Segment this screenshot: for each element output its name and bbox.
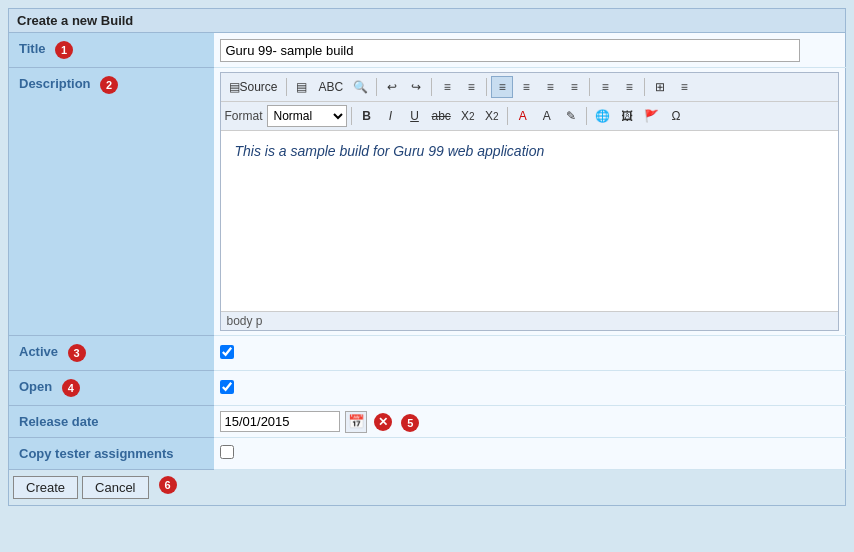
description-badge: 2 bbox=[100, 76, 118, 94]
rte-toolbar1: ▤ Source ▤ ABC 🔍 bbox=[221, 73, 839, 102]
create-button[interactable]: Create bbox=[13, 476, 78, 499]
separator-3 bbox=[431, 78, 432, 96]
page-icon: ▤ bbox=[296, 80, 307, 94]
abc-btn[interactable]: ABC bbox=[315, 76, 348, 98]
copy-tester-label-cell: Copy tester assignments bbox=[9, 438, 214, 470]
title-value-cell bbox=[214, 33, 846, 68]
open-label-cell: Open 4 bbox=[9, 371, 214, 406]
undo-btn[interactable]: ↩ bbox=[381, 76, 403, 98]
rte-toolbar2: Format Normal Heading 1 Heading 2 B I U … bbox=[221, 102, 839, 131]
active-label: Active bbox=[19, 344, 58, 359]
format-label: Format bbox=[225, 109, 263, 123]
title-row: Title 1 bbox=[9, 33, 846, 68]
source-button[interactable]: ▤ Source bbox=[225, 76, 282, 98]
table-icon: ⊞ bbox=[655, 80, 665, 94]
active-value-cell bbox=[214, 336, 846, 371]
align-center-btn[interactable]: ≡ bbox=[515, 76, 537, 98]
copy-tester-row: Copy tester assignments bbox=[9, 438, 846, 470]
undo-icon: ↩ bbox=[387, 80, 397, 94]
indent-btn[interactable]: ≡ bbox=[618, 76, 640, 98]
source-label: Source bbox=[240, 80, 278, 94]
release-date-value-cell: 📅 ✕ 5 bbox=[214, 406, 846, 438]
description-label-cell: Description 2 bbox=[9, 68, 214, 336]
ordered-list-icon: ≡ bbox=[444, 80, 451, 94]
anchor-btn[interactable]: 🚩 bbox=[640, 105, 663, 127]
find-icon: 🔍 bbox=[353, 80, 368, 94]
copy-tester-label: Copy tester assignments bbox=[19, 446, 174, 461]
release-date-label-cell: Release date bbox=[9, 406, 214, 438]
remove-format-btn[interactable]: ✎ bbox=[560, 105, 582, 127]
active-row: Active 3 bbox=[9, 336, 846, 371]
find-btn[interactable]: 🔍 bbox=[349, 76, 372, 98]
align-center-icon: ≡ bbox=[523, 80, 530, 94]
subscript-btn[interactable]: X2 bbox=[457, 105, 479, 127]
link-btn[interactable]: 🌐 bbox=[591, 105, 614, 127]
open-checkbox[interactable] bbox=[220, 380, 234, 394]
align-right-icon: ≡ bbox=[547, 80, 554, 94]
align-justify-icon: ≡ bbox=[571, 80, 578, 94]
strikethrough-btn[interactable]: abc bbox=[428, 105, 455, 127]
bottom-badge: 6 bbox=[159, 476, 177, 494]
active-label-cell: Active 3 bbox=[9, 336, 214, 371]
separator-7 bbox=[351, 107, 352, 125]
form-table: Title 1 Description 2 ▤ Source bbox=[8, 32, 846, 470]
abc-icon: ABC bbox=[319, 80, 344, 94]
copy-tester-value-cell bbox=[214, 438, 846, 470]
separator-4 bbox=[486, 78, 487, 96]
separator-2 bbox=[376, 78, 377, 96]
open-row: Open 4 bbox=[9, 371, 846, 406]
outdent-btn[interactable]: ≡ bbox=[594, 76, 616, 98]
redo-btn[interactable]: ↪ bbox=[405, 76, 427, 98]
bold-btn[interactable]: B bbox=[356, 105, 378, 127]
status-text: body p bbox=[227, 314, 263, 328]
separator-6 bbox=[644, 78, 645, 96]
special-char-btn[interactable]: Ω bbox=[665, 105, 687, 127]
release-date-row: Release date 📅 ✕ 5 bbox=[9, 406, 846, 438]
outdent-icon: ≡ bbox=[602, 80, 609, 94]
more-btn[interactable]: ≡ bbox=[673, 76, 695, 98]
release-date-label: Release date bbox=[19, 414, 99, 429]
open-label: Open bbox=[19, 379, 52, 394]
description-row: Description 2 ▤ Source ▤ bbox=[9, 68, 846, 336]
rte-statusbar: body p bbox=[221, 311, 839, 330]
separator-1 bbox=[286, 78, 287, 96]
title-badge: 1 bbox=[55, 41, 73, 59]
description-editor-cell: ▤ Source ▤ ABC 🔍 bbox=[214, 68, 846, 336]
unordered-list-btn[interactable]: ≡ bbox=[460, 76, 482, 98]
release-date-input[interactable] bbox=[220, 411, 340, 432]
indent-icon: ≡ bbox=[626, 80, 633, 94]
italic-btn[interactable]: I bbox=[380, 105, 402, 127]
bottom-action-bar: Create Cancel 6 bbox=[8, 470, 846, 506]
table-btn[interactable]: ⊞ bbox=[649, 76, 671, 98]
release-badge: 5 bbox=[401, 414, 419, 432]
active-badge: 3 bbox=[68, 344, 86, 362]
bg-color-btn[interactable]: A bbox=[536, 105, 558, 127]
align-justify-btn[interactable]: ≡ bbox=[563, 76, 585, 98]
align-right-btn[interactable]: ≡ bbox=[539, 76, 561, 98]
title-input[interactable] bbox=[220, 39, 800, 62]
separator-9 bbox=[586, 107, 587, 125]
image-btn[interactable]: 🖼 bbox=[616, 105, 638, 127]
unordered-list-icon: ≡ bbox=[468, 80, 475, 94]
open-value-cell bbox=[214, 371, 846, 406]
editor-content[interactable]: This is a sample build for Guru 99 web a… bbox=[221, 131, 839, 311]
page-icon-btn[interactable]: ▤ bbox=[291, 76, 313, 98]
format-select[interactable]: Normal Heading 1 Heading 2 bbox=[267, 105, 347, 127]
cancel-button[interactable]: Cancel bbox=[82, 476, 148, 499]
align-left-icon: ≡ bbox=[499, 80, 506, 94]
align-left-btn[interactable]: ≡ bbox=[491, 76, 513, 98]
clear-date-button[interactable]: ✕ bbox=[374, 413, 392, 431]
ordered-list-btn[interactable]: ≡ bbox=[436, 76, 458, 98]
separator-8 bbox=[507, 107, 508, 125]
underline-btn[interactable]: U bbox=[404, 105, 426, 127]
document-icon: ▤ bbox=[229, 80, 240, 94]
calendar-button[interactable]: 📅 bbox=[345, 411, 367, 433]
superscript-btn[interactable]: X2 bbox=[481, 105, 503, 127]
active-checkbox[interactable] bbox=[220, 345, 234, 359]
text-color-btn[interactable]: A bbox=[512, 105, 534, 127]
description-label: Description bbox=[19, 76, 91, 91]
more-icon: ≡ bbox=[681, 80, 688, 94]
copy-tester-checkbox[interactable] bbox=[220, 445, 234, 459]
rich-text-editor: ▤ Source ▤ ABC 🔍 bbox=[220, 72, 840, 331]
window-title: Create a new Build bbox=[8, 8, 846, 32]
